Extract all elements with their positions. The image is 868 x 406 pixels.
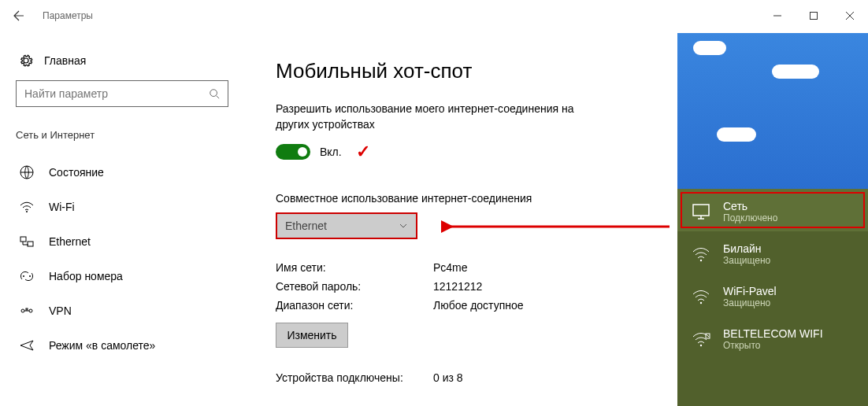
close-button[interactable] (832, 3, 868, 28)
network-name-row: Имя сети: Pc4me (276, 261, 685, 274)
network-password-value: 12121212 (433, 280, 482, 293)
chevron-down-icon (399, 221, 408, 231)
home-link[interactable]: Главная (16, 47, 244, 80)
gear-icon (19, 54, 33, 68)
main-content: Мобильный хот-спот Разрешить использован… (276, 59, 685, 390)
share-description: Разрешить использование моего интернет-с… (276, 101, 606, 132)
devices-row: Устройства подключены: 0 из 8 (276, 371, 685, 384)
network-name-label: Имя сети: (276, 261, 433, 274)
hotspot-toggle-row: Вкл. ✓ (276, 142, 685, 162)
svg-point-15 (700, 345, 702, 346)
edit-button-label: Изменить (287, 329, 336, 341)
globe-icon (19, 164, 35, 180)
svg-rect-10 (26, 308, 28, 310)
home-label: Главная (44, 54, 86, 67)
search-field[interactable] (24, 87, 209, 100)
flyout-item-status: Подключено (723, 212, 777, 223)
dropdown-value: Ethernet (285, 220, 327, 232)
flyout-item-wifi-open[interactable]: BELTELECOM WIFI Открыто (677, 316, 868, 359)
wifi-secure-icon (692, 245, 710, 263)
sidebar-item-label: Ethernet (49, 235, 91, 248)
back-button[interactable] (0, 0, 38, 31)
sidebar-item-label: Wi-Fi (49, 201, 75, 213)
maximize-button[interactable] (796, 3, 832, 28)
flyout-item-wifi[interactable]: Билайн Защищено (677, 231, 868, 274)
flyout-item-status: Открыто (723, 340, 823, 351)
sidebar-item-vpn[interactable]: VPN (16, 293, 244, 328)
minimize-button[interactable] (759, 3, 796, 28)
flyout-item-status: Защищено (723, 297, 777, 308)
network-password-label: Сетевой пароль: (276, 280, 433, 293)
flyout-item-name: WiFi-Pavel (723, 285, 777, 297)
window-controls (759, 3, 868, 28)
sidebar-item-airplane[interactable]: Режим «в самолете» (16, 328, 244, 363)
network-band-label: Диапазон сети: (276, 299, 433, 312)
edit-button[interactable]: Изменить (276, 323, 348, 348)
network-band-row: Диапазон сети: Любое доступное (276, 299, 685, 312)
network-name-value: Pc4me (433, 261, 468, 274)
svg-point-7 (29, 275, 31, 277)
search-input[interactable] (16, 80, 228, 107)
monitor-icon (692, 203, 710, 220)
network-password-row: Сетевой пароль: 12121212 (276, 280, 685, 293)
flyout-item-name: Сеть (723, 200, 777, 212)
svg-point-1 (210, 90, 217, 97)
wifi-secure-icon (692, 288, 710, 305)
titlebar: Параметры (0, 0, 868, 31)
flyout-item-ethernet[interactable]: Сеть Подключено (677, 189, 868, 231)
devices-value: 0 из 8 (433, 371, 463, 384)
sidebar-item-label: VPN (49, 304, 72, 317)
sidebar-item-label: Состояние (49, 166, 104, 179)
wifi-icon (19, 199, 35, 215)
svg-point-9 (29, 309, 32, 312)
sidebar-nav: Состояние Wi-Fi Ethernet Набор номера VP… (16, 155, 244, 363)
sidebar-item-ethernet[interactable]: Ethernet (16, 224, 244, 259)
svg-point-13 (700, 260, 702, 261)
hotspot-toggle[interactable] (276, 144, 310, 160)
search-icon (209, 88, 220, 99)
dialup-icon (19, 268, 35, 284)
svg-rect-5 (28, 242, 33, 246)
connection-dropdown[interactable]: Ethernet (276, 212, 417, 239)
window-title: Параметры (43, 10, 93, 21)
svg-rect-0 (811, 13, 818, 20)
flyout-item-name: BELTELECOM WIFI (723, 327, 823, 340)
airplane-icon (19, 338, 35, 353)
sidebar-item-label: Режим «в самолете» (49, 339, 155, 352)
network-flyout: Сеть Подключено Билайн Защищено WiFi-Pav… (677, 189, 868, 406)
svg-point-3 (26, 211, 28, 212)
page-title: Мобильный хот-спот (276, 59, 685, 83)
svg-point-14 (700, 302, 702, 304)
checkmark-icon: ✓ (356, 142, 370, 162)
connection-heading: Совместное использование интернет-соедин… (276, 192, 685, 205)
flyout-item-wifi[interactable]: WiFi-Pavel Защищено (677, 274, 868, 316)
svg-point-8 (21, 309, 24, 312)
sidebar-item-label: Набор номера (49, 270, 123, 282)
sidebar-item-status[interactable]: Состояние (16, 155, 244, 190)
flyout-item-name: Билайн (723, 242, 770, 255)
svg-point-6 (23, 275, 24, 277)
sidebar-section-label: Сеть и Интернет (16, 129, 244, 141)
toggle-state-label: Вкл. (320, 146, 342, 158)
wifi-open-icon (692, 330, 710, 348)
sidebar-item-wifi[interactable]: Wi-Fi (16, 190, 244, 224)
svg-rect-4 (20, 237, 26, 242)
svg-rect-12 (693, 205, 709, 216)
sidebar: Главная Сеть и Интернет Состояние Wi-Fi … (0, 47, 244, 363)
flyout-item-status: Защищено (723, 255, 770, 266)
desktop-preview (677, 33, 868, 190)
ethernet-icon (19, 234, 35, 249)
network-band-value: Любое доступное (433, 299, 524, 312)
sidebar-item-dialup[interactable]: Набор номера (16, 259, 244, 293)
vpn-icon (19, 303, 35, 319)
devices-label: Устройства подключены: (276, 371, 433, 384)
